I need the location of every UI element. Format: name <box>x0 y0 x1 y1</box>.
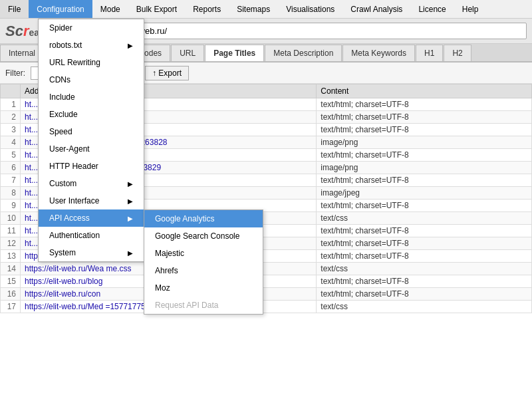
config-api-access[interactable]: API Access▶ Google Analytics Google Sear… <box>39 209 144 227</box>
row-content: image/png <box>317 162 532 174</box>
config-exclude[interactable]: Exclude <box>39 106 144 123</box>
row-content: text/css <box>317 301 532 313</box>
row-number: 12 <box>1 237 21 250</box>
api-submenu[interactable]: Google Analytics Google Search Console M… <box>144 209 263 315</box>
api-request-data: Request API Data <box>144 297 263 314</box>
menu-help[interactable]: Help <box>454 0 487 18</box>
config-cdns[interactable]: CDNs <box>39 71 144 88</box>
row-content: text/html; charset=UTF-8 <box>317 288 532 301</box>
row-content: text/html; charset=UTF-8 <box>317 200 532 212</box>
row-content: text/html; charset=UTF-8 <box>317 237 532 250</box>
config-user-interface[interactable]: User Interface▶ <box>39 192 144 209</box>
config-speed[interactable]: Speed <box>39 123 144 140</box>
config-user-agent[interactable]: User-Agent <box>39 140 144 158</box>
row-number: 15 <box>1 275 21 288</box>
menu-file[interactable]: File <box>0 0 29 18</box>
menu-bulk-export[interactable]: Bulk Export <box>128 0 185 18</box>
api-google-search-console[interactable]: Google Search Console <box>144 227 263 245</box>
config-include[interactable]: Include <box>39 88 144 106</box>
row-content: text/html; charset=UTF-8 <box>317 250 532 263</box>
col-num <box>1 84 21 98</box>
row-content: text/css <box>317 212 532 225</box>
config-authentication[interactable]: Authentication <box>39 227 144 244</box>
config-system[interactable]: System▶ <box>39 244 144 261</box>
config-custom[interactable]: Custom▶ <box>39 175 144 192</box>
row-content: text/html; charset=UTF-8 <box>317 98 532 111</box>
config-robots[interactable]: robots.txt▶ <box>39 37 144 54</box>
row-content: image/png <box>317 136 532 149</box>
row-number: 11 <box>1 225 21 237</box>
export-button[interactable]: ↑ Export <box>145 66 189 80</box>
row-number: 7 <box>1 174 21 187</box>
table-row[interactable]: 14 https://elit-web.ru/Wea me.css text/c… <box>1 263 532 275</box>
row-content: text/html; charset=UTF-8 <box>317 111 532 124</box>
table-row[interactable]: 15 https://elit-web.ru/blog text/html; c… <box>1 275 532 288</box>
row-content: image/jpeg <box>317 187 532 200</box>
config-spider[interactable]: Spider <box>39 19 144 37</box>
row-number: 3 <box>1 124 21 136</box>
row-number: 2 <box>1 111 21 124</box>
table-row[interactable]: 17 https://elit-web.ru/Med =1577177508 t… <box>1 301 532 313</box>
row-number: 9 <box>1 200 21 212</box>
row-content: text/html; charset=UTF-8 <box>317 149 532 162</box>
row-number: 6 <box>1 162 21 174</box>
config-http-header[interactable]: HTTP Header <box>39 158 144 175</box>
menu-licence[interactable]: Licence <box>410 0 454 18</box>
row-number: 8 <box>1 187 21 200</box>
row-content: text/html; charset=UTF-8 <box>317 225 532 237</box>
menu-reports[interactable]: Reports <box>185 0 229 18</box>
row-number: 13 <box>1 250 21 263</box>
tab-meta-keywords[interactable]: Meta Keywords <box>342 45 415 61</box>
api-majestic[interactable]: Majestic <box>144 245 263 262</box>
row-content: text/html; charset=UTF-8 <box>317 174 532 187</box>
tab-h1[interactable]: H1 <box>416 45 443 61</box>
tab-url[interactable]: URL <box>171 45 204 61</box>
url-input[interactable] <box>93 23 527 39</box>
filter-label: Filter: <box>5 68 25 78</box>
tab-h2[interactable]: H2 <box>444 45 471 61</box>
menu-crawl-analysis[interactable]: Crawl Analysis <box>342 0 410 18</box>
api-moz[interactable]: Moz <box>144 279 263 297</box>
tab-page-titles[interactable]: Page Titles <box>205 45 264 61</box>
row-number: 10 <box>1 212 21 225</box>
row-content: text/css <box>317 263 532 275</box>
menu-configuration[interactable]: Configuration <box>29 0 92 18</box>
row-number: 17 <box>1 301 21 313</box>
row-number: 4 <box>1 136 21 149</box>
row-content: text/html; charset=UTF-8 <box>317 124 532 136</box>
menu-visualisations[interactable]: Visualisations <box>278 0 342 18</box>
menu-sitemaps[interactable]: Sitemaps <box>229 0 278 18</box>
row-number: 16 <box>1 288 21 301</box>
row-number: 5 <box>1 149 21 162</box>
api-ahrefs[interactable]: Ahrefs <box>144 262 263 279</box>
api-google-analytics[interactable]: Google Analytics <box>144 210 263 227</box>
row-number: 14 <box>1 263 21 275</box>
menu-bar: File Configuration Mode Bulk Export Repo… <box>0 0 532 19</box>
col-content[interactable]: Content <box>317 84 532 98</box>
tab-meta-description[interactable]: Meta Description <box>265 45 342 61</box>
menu-mode[interactable]: Mode <box>92 0 128 18</box>
row-number: 1 <box>1 98 21 111</box>
config-url-rewriting[interactable]: URL Rewriting <box>39 54 144 71</box>
config-dropdown[interactable]: Spider robots.txt▶ URL Rewriting CDNs In… <box>38 19 144 262</box>
row-content: text/html; charset=UTF-8 <box>317 275 532 288</box>
table-row[interactable]: 16 https://elit-web.ru/con text/html; ch… <box>1 288 532 301</box>
